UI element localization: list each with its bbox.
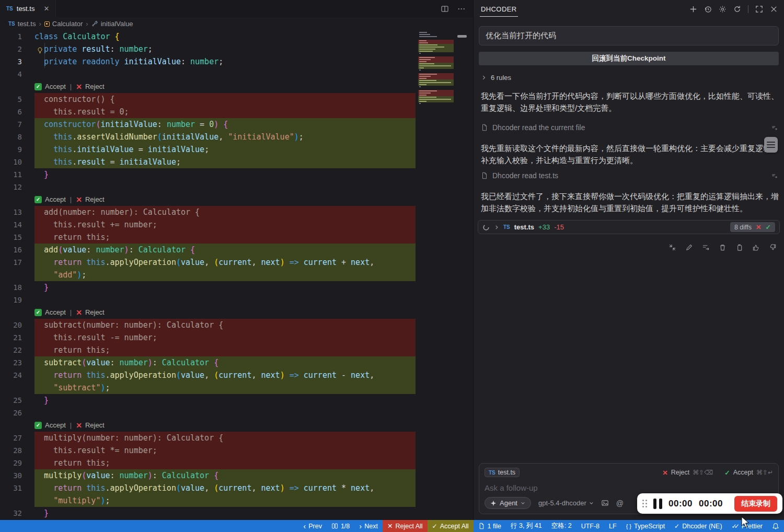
context-file-chip[interactable]: TS test.ts <box>485 468 520 477</box>
line-number: 3 <box>0 55 34 68</box>
code-text: } <box>34 168 416 181</box>
breadcrumb-class[interactable]: Calculator <box>44 20 83 28</box>
reject-x-icon: ✕ <box>76 306 82 319</box>
eol-setting[interactable]: LF <box>604 520 621 532</box>
diff-pager[interactable]: 1/8 <box>327 520 354 532</box>
next-diff-button[interactable]: ›Next <box>354 520 383 532</box>
diff-file-name: test.ts <box>514 223 534 231</box>
accept-all-button[interactable]: ✓Accept All <box>428 520 474 532</box>
tab-test-ts[interactable]: TS test.ts ✕ <box>0 0 56 17</box>
class-symbol-icon <box>44 21 50 27</box>
more-actions-icon[interactable]: ⋯ <box>457 4 466 14</box>
mention-icon[interactable]: @ <box>616 499 624 507</box>
code-text: class Calculator { <box>34 30 416 43</box>
line-number: 8 <box>0 131 34 143</box>
code-line: 20 subtract(number: number): Calculator … <box>0 319 473 331</box>
stop-recording-button[interactable]: 结束录制 <box>734 496 777 512</box>
panel-tab-dhcoder[interactable]: DHCODER <box>480 2 518 17</box>
typescript-file-icon: TS <box>6 6 13 11</box>
attach-image-icon[interactable] <box>601 499 609 507</box>
accept-changes-button[interactable]: ✓ Accept ⌘⇧↵ <box>724 469 773 477</box>
accept-diffs-icon[interactable]: ✓ <box>766 223 771 231</box>
tool-expand-icon[interactable] <box>771 124 778 131</box>
reject-button[interactable]: Reject <box>85 80 105 93</box>
expand-panel-icon[interactable] <box>755 5 763 13</box>
breadcrumb-field[interactable]: initialValue <box>91 20 133 28</box>
reject-all-button[interactable]: ✕Reject All <box>383 520 428 532</box>
drag-handle-icon[interactable] <box>642 500 647 507</box>
tool-call-row[interactable]: Dhcoder read test.ts <box>481 171 779 180</box>
encoding-setting[interactable]: UTF-8 <box>577 520 604 532</box>
delete-icon[interactable] <box>719 244 727 251</box>
tool-expand-icon[interactable] <box>771 172 778 179</box>
edit-icon[interactable] <box>685 244 693 251</box>
copy-icon[interactable] <box>735 244 743 251</box>
settings-gear-icon[interactable] <box>719 5 727 13</box>
file-icon <box>481 172 488 179</box>
minimap-slider[interactable] <box>457 35 467 38</box>
notifications-bell[interactable] <box>767 520 784 532</box>
reject-button[interactable]: Reject <box>85 419 105 432</box>
code-text <box>34 407 416 419</box>
model-selector[interactable]: gpt-5.4-dhcoder <box>538 499 594 507</box>
insert-list-icon[interactable] <box>702 244 710 251</box>
editor-pane: TS test.ts ✕ ⋯ TStest.ts › Calculator › … <box>0 0 473 520</box>
accept-button[interactable]: Accept <box>45 80 66 93</box>
followup-input[interactable]: Ask a follow-up <box>485 483 773 492</box>
chevron-right-icon <box>481 75 487 80</box>
code-line: 8 this.assertValidNumber(initialValue, "… <box>0 131 473 143</box>
rollback-checkpoint-button[interactable]: 回滚到当前Checkpoint <box>479 52 779 65</box>
removed-code-line: add(number: number): Calculator { <box>34 206 416 218</box>
thumbs-down-icon[interactable] <box>769 244 777 251</box>
minimap[interactable] <box>418 31 454 107</box>
divider <box>748 5 748 13</box>
accept-check-icon: ✓ <box>34 309 42 316</box>
breadcrumb-file[interactable]: TStest.ts <box>8 20 36 28</box>
agent-mode-selector[interactable]: Agent <box>485 497 531 509</box>
chevron-down-icon <box>589 501 594 505</box>
line-number: 14 <box>0 218 34 231</box>
accept-check-icon: ✓ <box>34 422 42 429</box>
removed-code-line: return this; <box>34 457 416 469</box>
removed-code-line: multiply(number: number): Calculator { <box>34 432 416 444</box>
pause-button[interactable] <box>653 499 662 509</box>
reject-changes-button[interactable]: ✕ Reject ⌘⇧⌫ <box>662 469 713 477</box>
dhcoder-status[interactable]: ✓Dhcoder (NE) <box>670 520 727 532</box>
pages-icon <box>331 523 338 529</box>
reject-button[interactable]: Reject <box>85 306 105 319</box>
line-number: 21 <box>0 331 34 344</box>
prev-diff-button[interactable]: ‹Prev <box>298 520 327 532</box>
rules-expander[interactable]: 6 rules <box>481 74 511 82</box>
indentation-setting[interactable]: 空格: 2 <box>547 520 577 532</box>
history-icon[interactable] <box>704 5 712 13</box>
language-mode[interactable]: { }TypeScript <box>621 520 670 532</box>
editor-tabbar: TS test.ts ✕ ⋯ <box>0 0 473 17</box>
file-diff-row[interactable]: TS test.ts +33 -15 8 diffs ✕ ✓ <box>478 220 780 234</box>
thumbs-up-icon[interactable] <box>752 244 760 251</box>
close-panel-icon[interactable] <box>770 5 778 13</box>
files-indicator[interactable]: 1 file <box>474 520 506 532</box>
accept-button[interactable]: Accept <box>45 419 66 432</box>
split-editor-icon[interactable] <box>441 5 449 13</box>
accept-button[interactable]: Accept <box>45 193 66 206</box>
refresh-icon[interactable] <box>733 5 741 13</box>
accept-check-icon: ✓ <box>724 469 730 477</box>
reject-diffs-icon[interactable]: ✕ <box>756 223 761 231</box>
floating-menu-handle[interactable] <box>764 137 778 153</box>
tab-close-icon[interactable]: ✕ <box>43 5 49 13</box>
collapse-icon[interactable] <box>668 244 676 251</box>
added-code-line: multiply(value: number): Calculator { <box>34 469 416 482</box>
added-code-line: this.result = initialValue; <box>34 156 416 168</box>
reject-button[interactable]: Reject <box>85 193 105 206</box>
tool-call-row[interactable]: Dhcoder read the current file <box>481 123 779 132</box>
new-chat-icon[interactable] <box>689 5 697 13</box>
recording-toolbar: 00:00 00:00 结束录制 <box>637 493 782 514</box>
code-line: 1class Calculator { <box>0 30 473 43</box>
reject-x-icon: ✕ <box>662 469 667 477</box>
file-icon <box>478 523 485 529</box>
removed-code-line: return this; <box>34 344 416 356</box>
status-bar: ‹Prev 1/8 ›Next ✕Reject All ✓Accept All … <box>0 520 784 532</box>
accept-button[interactable]: Accept <box>45 306 66 319</box>
code-text <box>34 294 416 306</box>
cursor-position[interactable]: 行 3, 列 41 <box>506 520 547 532</box>
